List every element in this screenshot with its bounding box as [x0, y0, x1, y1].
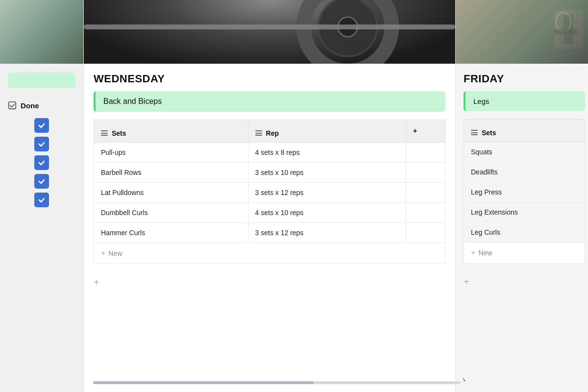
check-icon-3 — [38, 159, 46, 167]
barbell-svg — [84, 0, 455, 64]
table-header-row: Sets Rep + — [94, 120, 445, 143]
add-column-header[interactable]: + — [406, 120, 445, 143]
friday-sets-column-header: Sets — [464, 120, 585, 142]
table-row: Pull-ups 4 sets x 8 reps — [94, 142, 445, 162]
reps-cell: 4 sets x 10 reps — [248, 202, 406, 222]
horizontal-scrollbar[interactable] — [93, 381, 461, 384]
wednesday-workout-label: Back and Biceps — [94, 91, 445, 112]
friday-new-label: New — [478, 249, 492, 257]
done-header: Done — [0, 96, 83, 115]
left-day-header — [0, 64, 83, 96]
svg-rect-4 — [84, 24, 455, 29]
exercise-cell: Hammer Curls — [94, 222, 248, 243]
checkbox-3[interactable] — [34, 155, 49, 170]
friday-exercise-cell: Squats — [464, 142, 585, 162]
wednesday-add-property-button[interactable]: + — [84, 269, 455, 296]
wednesday-new-label: New — [108, 249, 122, 257]
scrollbar-thumb[interactable] — [93, 381, 314, 384]
checkbox-2[interactable] — [34, 137, 49, 151]
friday-lines-icon — [471, 130, 478, 135]
friday-exercise-cell: Leg Extensions — [464, 202, 585, 222]
friday-add-property-button[interactable]: + — [456, 269, 588, 295]
svg-point-8 — [556, 12, 571, 32]
extra-cell — [406, 222, 445, 243]
reps-cell: 4 sets x 8 reps — [248, 142, 406, 162]
friday-sets-header-label: Sets — [482, 129, 496, 137]
check-icon-2 — [38, 140, 46, 148]
friday-hero-svg — [456, 0, 588, 64]
columns-container: Done — [0, 0, 588, 392]
checkbox-1[interactable] — [34, 118, 49, 133]
wednesday-workout-text: Back and Biceps — [103, 97, 162, 106]
checkmark-icon — [8, 101, 17, 110]
friday-add-property-icon: + — [464, 276, 469, 288]
table-row: Leg Press — [464, 182, 585, 202]
svg-rect-9 — [554, 29, 578, 34]
exercise-cell: Lat Pulldowns — [94, 182, 248, 202]
table-row: Hammer Curls 3 sets x 12 reps — [94, 222, 445, 243]
checkbox-list — [0, 115, 83, 211]
extra-cell — [406, 142, 445, 162]
friday-new-row-button[interactable]: + New — [464, 243, 585, 264]
reps-cell: 3 sets x 10 reps — [248, 162, 406, 182]
left-hero-image — [0, 0, 83, 64]
reps-cell: 3 sets x 12 reps — [248, 222, 406, 243]
friday-exercise-cell: Leg Press — [464, 182, 585, 202]
extra-cell — [406, 202, 445, 222]
friday-exercise-cell: Deadlifts — [464, 162, 585, 182]
check-icon-1 — [38, 122, 46, 129]
reps-cell: 3 sets x 12 reps — [248, 182, 406, 202]
table-row: Lat Pulldowns 3 sets x 12 reps — [94, 182, 445, 202]
svg-rect-7 — [564, 15, 573, 44]
table-row: Deadlifts — [464, 162, 585, 182]
wednesday-table: Sets Rep + — [94, 120, 445, 243]
table-row: Leg Extensions — [464, 202, 585, 222]
friday-workout-text: Legs — [473, 97, 490, 105]
friday-column: FRIDAY Legs Sets — [456, 0, 588, 392]
checkbox-5[interactable] — [34, 193, 49, 207]
checkbox-4[interactable] — [34, 174, 49, 189]
svg-rect-6 — [554, 10, 583, 49]
done-label: Done — [21, 101, 39, 110]
friday-hero-image — [456, 0, 588, 64]
left-column: Done — [0, 0, 83, 392]
plus-icon: + — [101, 249, 105, 258]
friday-workout-label: Legs — [464, 91, 585, 111]
wednesday-day-title: WEDNESDAY — [84, 64, 455, 91]
add-header-label: + — [413, 127, 417, 135]
exercise-cell: Barbell Rows — [94, 162, 248, 182]
exercise-cell: Dumbbell Curls — [94, 202, 248, 222]
rep-header-label: Rep — [266, 129, 279, 137]
sets-header-label: Sets — [112, 129, 126, 137]
check-icon-4 — [38, 177, 46, 185]
friday-day-title: FRIDAY — [456, 64, 588, 91]
sets-column-header: Sets — [94, 120, 248, 143]
table-row: Barbell Rows 3 sets x 10 reps — [94, 162, 445, 182]
wednesday-new-row-button[interactable]: + New — [94, 243, 445, 264]
left-day-label — [8, 73, 75, 88]
friday-plus-icon: + — [471, 248, 475, 257]
wednesday-hero-image — [84, 0, 455, 64]
lines-icon-sets — [101, 130, 108, 136]
svg-rect-5 — [456, 0, 588, 64]
friday-exercise-cell: Leg Curls — [464, 222, 585, 242]
table-row: Dumbbell Curls 4 sets x 10 reps — [94, 202, 445, 222]
exercise-cell: Pull-ups — [94, 142, 248, 162]
extra-cell — [406, 182, 445, 202]
lines-icon-rep — [255, 130, 262, 136]
friday-table: Sets Squats Deadlifts Leg Press Leg Exte… — [464, 119, 585, 243]
rep-column-header: Rep — [248, 120, 406, 143]
table-row: Leg Curls — [464, 222, 585, 242]
check-icon-5 — [38, 196, 46, 204]
wednesday-column: WEDNESDAY Back and Biceps Sets — [83, 0, 456, 392]
extra-cell — [406, 162, 445, 182]
add-property-icon: + — [94, 277, 99, 288]
table-row: Squats — [464, 142, 585, 162]
friday-table-header-row: Sets — [464, 120, 585, 142]
